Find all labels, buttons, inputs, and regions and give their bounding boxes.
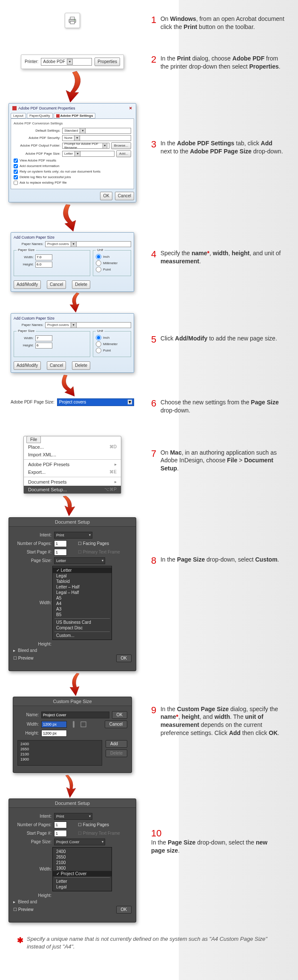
printer-icon — [68, 17, 77, 24]
page-size-dropdown-selected[interactable]: Project covers ▼ — [57, 398, 134, 406]
file-menu-button[interactable]: File — [26, 436, 41, 443]
dropdown-option[interactable]: Letter – Half — [53, 584, 112, 590]
dropdown-option[interactable]: Legal — [53, 884, 112, 890]
page-size-options[interactable]: LetterLegalTabloidLetter – HalfLegal – H… — [52, 566, 112, 640]
orientation-icon[interactable] — [80, 721, 86, 727]
dropdown-option[interactable]: A3 — [53, 606, 112, 612]
menu-item[interactable]: Export...⌘E — [24, 468, 121, 476]
height-input[interactable] — [35, 343, 52, 349]
page-size-dropdown[interactable]: Project Cover — [54, 839, 105, 845]
dropdown-option[interactable]: 2650 — [53, 854, 112, 860]
num-pages-input[interactable]: 1 — [54, 540, 67, 547]
checkbox-option[interactable]: Rely on system fonts only; do not use do… — [14, 170, 131, 174]
add-button[interactable]: Add... — [116, 150, 131, 157]
unit-radio[interactable]: Inch — [96, 254, 128, 259]
security-dropdown[interactable]: None▼ — [62, 135, 131, 141]
paper-names-dropdown[interactable]: Project covers▼ — [45, 322, 131, 328]
ok-button[interactable]: OK — [116, 654, 132, 662]
custom-page-size-dialog: Custom Page Size Name: Project Cover OK … — [13, 697, 132, 773]
tab-paper-quality[interactable]: Paper/Quality — [27, 113, 52, 118]
cancel-button[interactable]: Cancel — [105, 721, 127, 728]
list-item[interactable]: 2100 — [19, 752, 101, 757]
dropdown-option[interactable]: 2100 — [53, 860, 112, 865]
link-icon[interactable] — [71, 721, 76, 728]
checkbox-option[interactable]: Add document information — [14, 164, 131, 168]
name-input[interactable]: Project Cover — [41, 712, 109, 718]
unit-radio[interactable]: Millimeter — [96, 341, 128, 347]
list-item[interactable]: 1900 — [19, 757, 101, 762]
intent-dropdown[interactable]: Print — [54, 813, 92, 820]
output-folder-dropdown[interactable]: Prompt for Adobe PDF filename▼ — [62, 143, 109, 149]
dropdown-option[interactable]: 2400 — [53, 849, 112, 854]
cancel-button[interactable]: Cancel — [115, 192, 134, 200]
chevron-down-icon: ▼ — [128, 400, 132, 404]
add-modify-button[interactable]: Add/Modify — [14, 280, 41, 289]
cancel-button[interactable]: Cancel — [47, 280, 66, 289]
start-page-input[interactable]: 1 — [54, 830, 67, 837]
cancel-button[interactable]: Cancel — [47, 361, 66, 370]
checkbox-option[interactable]: Delete log files for successful jobs — [14, 175, 131, 179]
width-input[interactable] — [35, 254, 52, 260]
width-input[interactable] — [35, 335, 52, 341]
dropdown-option[interactable]: US Business Card — [53, 620, 112, 625]
flow-arrow-icon — [55, 773, 89, 798]
dropdown-option[interactable]: Custom... — [53, 633, 112, 638]
page-size-dropdown[interactable]: Letter▼ — [62, 151, 115, 157]
num-pages-input[interactable]: 1 — [54, 821, 67, 828]
delete-button[interactable]: Delete — [72, 361, 90, 370]
page-size-options[interactable]: 2400265021001900Project CoverLetterLegal — [52, 847, 112, 891]
dropdown-option[interactable]: Letter — [53, 879, 112, 884]
dropdown-option[interactable]: Project Cover — [53, 871, 112, 876]
print-button[interactable] — [65, 13, 80, 28]
start-page-input[interactable]: 1 — [54, 549, 67, 556]
dropdown-option[interactable]: B5 — [53, 612, 112, 617]
dropdown-option[interactable]: 1900 — [53, 865, 112, 871]
menu-item[interactable]: Import XML... — [24, 451, 121, 458]
tab-layout[interactable]: Layout — [11, 113, 26, 118]
dropdown-option[interactable]: A4 — [53, 601, 112, 606]
tab-pdf-settings[interactable]: Adobe PDF Settings — [54, 113, 96, 118]
intent-dropdown[interactable]: Print — [54, 532, 92, 539]
page-size-dropdown[interactable]: Letter — [54, 557, 105, 564]
size-list[interactable]: 2400265021001900 — [17, 740, 102, 766]
ok-button[interactable]: OK — [100, 192, 112, 200]
properties-button[interactable]: Properties — [95, 58, 120, 66]
delete-button[interactable]: Delete — [106, 749, 127, 757]
unit-radio[interactable]: Point — [96, 267, 128, 272]
menu-item[interactable]: Document Presets▸ — [24, 478, 121, 486]
add-button[interactable]: Add — [106, 740, 127, 748]
unit-radio[interactable]: Inch — [96, 335, 128, 340]
delete-button[interactable]: Delete — [72, 280, 90, 289]
menu-item[interactable]: Place...⌘D — [24, 443, 121, 451]
dropdown-option[interactable]: A5 — [53, 595, 112, 601]
menu-item[interactable]: Document Setup...⌥⌘P — [24, 486, 121, 493]
unit-radio[interactable]: Point — [96, 348, 128, 353]
width-input[interactable]: 1200 px — [41, 721, 67, 728]
flow-arrow-icon — [51, 373, 94, 398]
height-input[interactable]: 1200 px — [41, 730, 67, 737]
list-item[interactable]: 2650 — [19, 747, 101, 752]
ok-button[interactable]: OK — [116, 906, 132, 914]
dropdown-option[interactable]: Legal — [53, 573, 112, 579]
close-icon[interactable]: ✕ — [129, 106, 132, 110]
list-item[interactable]: 2400 — [19, 741, 101, 747]
step-2-number: 2 — [151, 55, 156, 65]
menu-item[interactable]: Adobe PDF Presets▸ — [24, 461, 121, 468]
checkbox-option[interactable]: Ask to replace existing PDF file — [14, 181, 131, 185]
browse-button[interactable]: Browse... — [111, 142, 131, 149]
step-5-number: 5 — [151, 334, 156, 345]
dropdown-option[interactable]: Legal – Half — [53, 590, 112, 595]
default-settings-dropdown[interactable]: Standard▼ — [62, 128, 131, 134]
printer-dropdown[interactable]: Adobe PDF ▼ — [41, 58, 92, 66]
step-10-number: 10 — [151, 828, 161, 839]
paper-names-dropdown[interactable]: Project covers▼ — [45, 241, 131, 247]
dropdown-option[interactable]: Compact Disc — [53, 625, 112, 631]
add-modify-button[interactable]: Add/Modify — [14, 361, 41, 370]
height-input[interactable] — [35, 262, 52, 268]
checkbox-option[interactable]: View Adobe PDF results — [14, 159, 131, 163]
dropdown-option[interactable]: Letter — [53, 568, 112, 573]
dropdown-option[interactable]: Tabloid — [53, 579, 112, 584]
unit-radio[interactable]: Millimeter — [96, 260, 128, 266]
ok-button[interactable]: OK — [112, 711, 127, 719]
flow-arrow-icon — [55, 292, 89, 313]
